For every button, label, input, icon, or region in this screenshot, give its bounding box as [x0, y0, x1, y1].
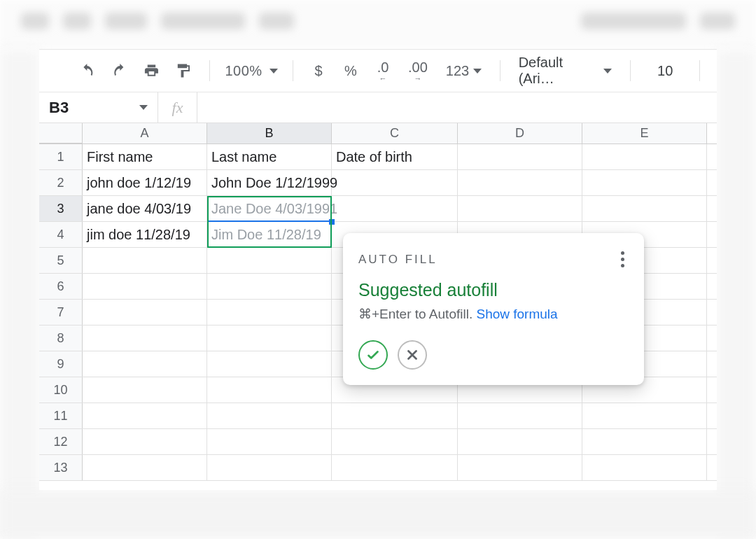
row-header-7[interactable]: 7 [39, 300, 83, 325]
blur-bottom [0, 490, 756, 539]
cell-A4[interactable]: jim doe 11/28/19 [83, 222, 207, 247]
undo-button[interactable] [76, 59, 99, 83]
cell-D11[interactable] [458, 403, 582, 428]
font-family-dropdown[interactable]: Default (Ari… [516, 59, 615, 83]
col-header-E[interactable]: E [582, 123, 707, 144]
row-header-5[interactable]: 5 [39, 248, 83, 273]
row-header-6[interactable]: 6 [39, 274, 83, 299]
chevron-down-icon [603, 69, 612, 74]
font-family-value: Default (Ari… [519, 55, 596, 87]
cell-C3[interactable] [332, 196, 458, 221]
menu-bar-shapes [0, 13, 756, 36]
kebab-dot-icon [621, 251, 624, 255]
paint-format-button[interactable] [172, 59, 194, 83]
cell-B6[interactable] [207, 274, 332, 299]
cell-B2[interactable]: John Doe 1/12/1999 [207, 170, 332, 195]
currency-button[interactable]: $ [309, 59, 328, 83]
row-header-8[interactable]: 8 [39, 326, 83, 351]
cell-A13[interactable] [83, 455, 207, 480]
zoom-dropdown[interactable]: 100% [225, 59, 277, 83]
cell-D12[interactable] [458, 429, 582, 454]
font-size-input[interactable]: 10 [646, 59, 684, 83]
zoom-value: 100% [225, 63, 262, 79]
cell-B4[interactable]: Jim Doe 11/28/19 [207, 222, 332, 247]
name-box-value: B3 [49, 99, 69, 117]
cell-C1[interactable]: Date of birth [332, 144, 458, 169]
cell-B7[interactable] [207, 300, 332, 325]
cell-D2[interactable] [458, 170, 582, 195]
more-formats-dropdown[interactable]: 123 [443, 59, 484, 83]
select-all-corner[interactable] [39, 123, 83, 144]
show-formula-link[interactable]: Show formula [476, 307, 557, 321]
name-box[interactable]: B3 [39, 92, 158, 122]
cell-C2[interactable] [332, 170, 458, 195]
row-header-13[interactable]: 13 [39, 455, 83, 480]
cell-A9[interactable] [83, 351, 207, 377]
decrease-decimal-button[interactable]: .0← [373, 59, 393, 83]
blur-left [0, 49, 39, 539]
cell-E2[interactable] [582, 170, 707, 195]
cell-E11[interactable] [582, 403, 707, 428]
autofill-popup: AUTO FILL Suggested autofill ⌘+Enter to … [343, 233, 644, 385]
row-header-4[interactable]: 4 [39, 222, 83, 247]
row-header-2[interactable]: 2 [39, 170, 83, 195]
row-header-10[interactable]: 10 [39, 377, 83, 402]
kebab-dot-icon [621, 264, 624, 267]
cell-B3[interactable]: Jane Doe 4/03/1991 [207, 196, 332, 221]
reject-autofill-button[interactable] [398, 340, 427, 370]
row-header-12[interactable]: 12 [39, 429, 83, 454]
cell-B10[interactable] [207, 377, 332, 402]
redo-button[interactable] [108, 59, 132, 83]
col-header-B[interactable]: B [207, 123, 332, 144]
row-2: 2 john doe 1/12/19 John Doe 1/12/1999 [39, 170, 717, 196]
cell-E12[interactable] [582, 429, 707, 454]
cell-B9[interactable] [207, 351, 332, 377]
print-button[interactable] [141, 59, 162, 83]
autofill-hint: ⌘+Enter to Autofill. Show formula [358, 306, 629, 322]
row-header-1[interactable]: 1 [39, 144, 83, 169]
cell-B11[interactable] [207, 403, 332, 428]
cell-A8[interactable] [83, 326, 207, 351]
cell-A11[interactable] [83, 403, 207, 428]
fx-icon: fx [158, 92, 197, 122]
cell-A6[interactable] [83, 274, 207, 299]
cell-A1[interactable]: First name [83, 144, 207, 169]
cell-E1[interactable] [582, 144, 707, 169]
cell-A3[interactable]: jane doe 4/03/19 [83, 196, 207, 221]
cell-C12[interactable] [332, 429, 458, 454]
cell-C11[interactable] [332, 403, 458, 428]
row-header-11[interactable]: 11 [39, 403, 83, 428]
cell-B5[interactable] [207, 248, 332, 273]
cell-B12[interactable] [207, 429, 332, 454]
chevron-down-icon [270, 69, 278, 74]
cell-A5[interactable] [83, 248, 207, 273]
formula-input[interactable] [197, 92, 717, 122]
row-header-3[interactable]: 3 [39, 196, 83, 221]
cell-A12[interactable] [83, 429, 207, 454]
number-format-group: $ % .0← .00→ 123 [309, 59, 484, 83]
cell-D3[interactable] [458, 196, 582, 221]
cell-C13[interactable] [332, 455, 458, 480]
cell-A7[interactable] [83, 300, 207, 325]
cell-D1[interactable] [458, 144, 582, 169]
app-window: 100% $ % .0← .00→ 123 Default (Ari… 10 [0, 0, 756, 539]
row-header-9[interactable]: 9 [39, 351, 83, 377]
col-header-C[interactable]: C [332, 123, 458, 144]
cell-B8[interactable] [207, 326, 332, 351]
cell-B1[interactable]: Last name [207, 144, 332, 169]
percent-button[interactable]: % [341, 59, 360, 83]
increase-decimal-button[interactable]: .00→ [405, 59, 430, 83]
cell-D13[interactable] [458, 455, 582, 480]
cell-A2[interactable]: john doe 1/12/19 [83, 170, 207, 195]
cell-E13[interactable] [582, 455, 707, 480]
autofill-heading: AUTO FILL [358, 253, 438, 267]
col-header-A[interactable]: A [83, 123, 207, 144]
cell-B13[interactable] [207, 455, 332, 480]
chevron-down-icon [139, 105, 148, 110]
cell-A10[interactable] [83, 377, 207, 402]
col-header-D[interactable]: D [458, 123, 582, 144]
formula-bar: B3 fx [39, 92, 717, 123]
accept-autofill-button[interactable] [358, 340, 388, 370]
cell-E3[interactable] [582, 196, 707, 221]
more-options-button[interactable] [617, 247, 629, 272]
